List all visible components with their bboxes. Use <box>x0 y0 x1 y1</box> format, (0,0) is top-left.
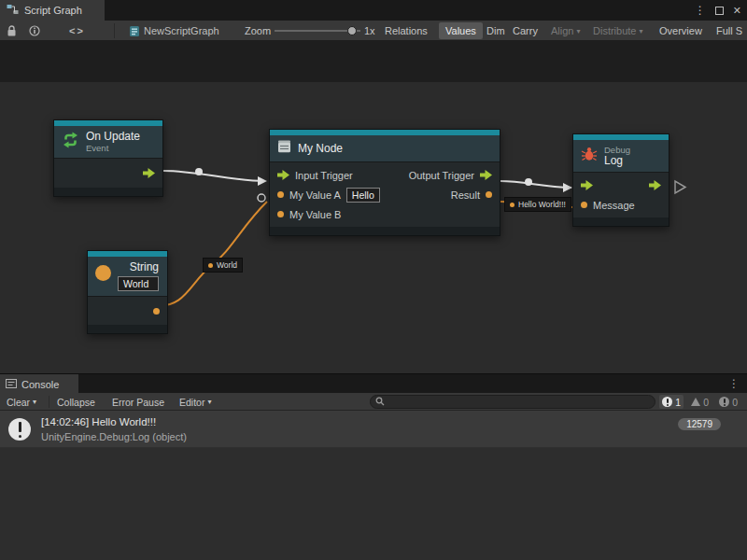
info-log-icon <box>662 397 672 407</box>
wire-value-text: Hello World!!! <box>518 200 566 209</box>
port-label: Message <box>593 200 635 211</box>
console-toolbar: Clear▾ Collapse Error Pause Editor▾ 1 0 <box>0 393 747 411</box>
error-count: 0 <box>732 397 738 408</box>
wire-string-to-myvaluea[interactable] <box>155 202 267 305</box>
flow-input-port[interactable] <box>581 180 593 190</box>
node-title: My Node <box>298 143 343 155</box>
error-count-toggle[interactable]: 0 <box>716 393 740 411</box>
align-label: Align <box>551 25 573 36</box>
value-input-port[interactable] <box>277 211 284 217</box>
console-tab-label: Console <box>21 379 59 390</box>
values-button[interactable]: Values <box>439 22 483 39</box>
wire-onupdate-to-mynode[interactable] <box>163 171 265 181</box>
node-my-node[interactable]: My Node Input Trigger Output Trigger My … <box>269 129 500 236</box>
port-hover-circle-icon <box>258 194 265 202</box>
search-icon <box>375 397 385 408</box>
wire-dot <box>195 168 203 175</box>
window-menu-icon[interactable]: ⋮ <box>695 4 706 17</box>
wire-value-label: World <box>203 258 243 273</box>
node-title: Log <box>604 155 630 167</box>
port-row: My Value A Hello Result <box>270 185 500 204</box>
overview-button[interactable]: Overview <box>655 21 706 41</box>
value-input-port[interactable] <box>581 202 587 208</box>
port-row: Input Trigger Output Trigger <box>270 165 500 185</box>
info-log-icon <box>8 418 31 441</box>
wire-value-label: Hello World!!! <box>504 197 571 212</box>
console-log-list[interactable]: [14:02:46] Hello World!!! UnityEngine.De… <box>0 411 747 560</box>
flow-output-port[interactable] <box>649 180 661 190</box>
script-graph-icon <box>7 4 19 17</box>
port-row <box>54 161 162 185</box>
node-title: String <box>118 261 159 273</box>
port-label: Output Trigger <box>409 170 474 181</box>
node-subtitle: Event <box>86 143 140 153</box>
bug-icon <box>581 147 598 165</box>
zoom-label: Zoom <box>245 21 271 41</box>
info-count-toggle[interactable]: 1 <box>659 395 684 409</box>
editor-dropdown[interactable]: Editor▾ <box>176 393 215 411</box>
string-value-field[interactable]: World <box>118 276 159 291</box>
log-entry[interactable]: [14:02:46] Hello World!!! UnityEngine.De… <box>0 411 747 448</box>
search-input[interactable] <box>388 397 641 407</box>
close-icon[interactable]: ✕ <box>733 5 741 17</box>
port-row <box>88 300 167 322</box>
node-string[interactable]: String World <box>87 250 168 334</box>
align-button[interactable]: Align▾ <box>547 21 584 41</box>
zoom-value: 1x <box>364 21 375 41</box>
value-output-port[interactable] <box>153 308 160 315</box>
error-pause-toggle[interactable]: Error Pause <box>108 393 168 411</box>
carry-button[interactable]: Carry <box>509 21 542 41</box>
relations-button[interactable]: Relations <box>381 21 431 41</box>
warning-count-toggle[interactable]: 0 <box>688 393 712 411</box>
flow-output-port[interactable] <box>143 168 155 178</box>
node-on-update[interactable]: On Update Event <box>53 119 163 197</box>
value-dot-icon <box>208 263 213 268</box>
tab-script-graph[interactable]: Script Graph <box>0 0 105 21</box>
chevron-down-icon: ▾ <box>576 27 580 35</box>
zoom-slider[interactable] <box>275 21 360 41</box>
distribute-button[interactable]: Distribute▾ <box>589 21 646 41</box>
console-icon <box>6 379 17 390</box>
info-count: 1 <box>675 397 681 408</box>
toolbar-separator <box>49 396 49 408</box>
fullscreen-button[interactable]: Full S <box>712 21 746 41</box>
wire-arrowhead-icon <box>563 183 572 192</box>
flow-input-port[interactable] <box>277 170 289 180</box>
maximize-icon[interactable] <box>715 7 724 15</box>
graph-name[interactable]: NewScriptGraph <box>144 21 219 41</box>
node-footer <box>54 188 162 196</box>
dim-button[interactable]: Dim <box>483 21 509 41</box>
window-controls: ⋮ ✕ <box>695 0 741 21</box>
string-icon <box>95 265 111 281</box>
port-row: My Value B <box>270 204 500 224</box>
flow-continue-icon <box>675 181 685 193</box>
value-input-port[interactable] <box>277 191 284 198</box>
edit-script-icon[interactable]: <> <box>69 21 85 41</box>
wire-mynode-to-debug[interactable] <box>500 181 571 188</box>
port-label: My Value B <box>289 209 341 220</box>
console-search[interactable] <box>370 395 655 409</box>
port-label: My Value A <box>289 189 341 201</box>
node-footer <box>88 325 167 333</box>
chevron-down-icon: ▾ <box>33 398 36 406</box>
warning-icon <box>691 398 700 406</box>
collapse-toggle[interactable]: Collapse <box>53 393 99 411</box>
my-value-a-field[interactable]: Hello <box>346 188 380 203</box>
graph-canvas[interactable]: On Update Event My Node <box>0 41 747 373</box>
wire-arrowhead-icon <box>258 176 267 186</box>
wire-dot <box>525 178 532 186</box>
flow-output-port[interactable] <box>480 170 492 180</box>
node-debug-log[interactable]: Debug Log Message <box>572 133 669 227</box>
tab-console[interactable]: Console <box>0 374 78 394</box>
chevron-down-icon: ▾ <box>207 398 211 406</box>
zoom-slider-thumb[interactable] <box>347 26 357 35</box>
lock-icon[interactable] <box>7 21 17 41</box>
console-tabbar: Console ⋮ <box>0 373 747 393</box>
info-icon[interactable] <box>29 21 40 41</box>
distribute-label: Distribute <box>593 25 636 36</box>
window-tabbar: Script Graph ⋮ ✕ <box>0 0 747 21</box>
value-output-port[interactable] <box>486 191 492 198</box>
clear-button[interactable]: Clear▾ <box>3 393 40 411</box>
console-menu-icon[interactable]: ⋮ <box>728 377 740 390</box>
node-footer <box>270 227 500 235</box>
